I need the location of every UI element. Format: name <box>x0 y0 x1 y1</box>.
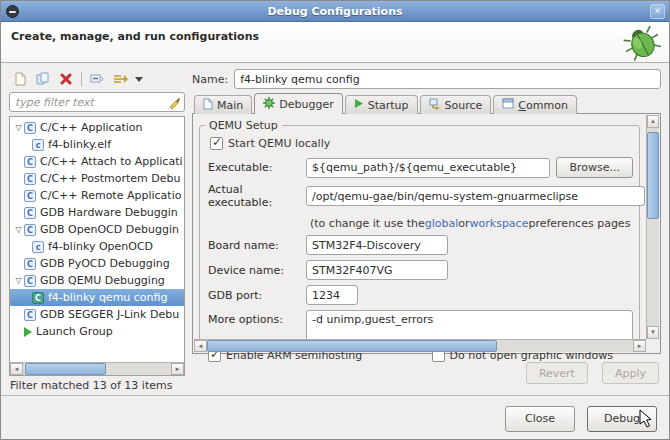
common-tab-icon <box>502 98 514 112</box>
tree-item-gdb-pyocd[interactable]: C GDB PyOCD Debugging <box>10 255 184 272</box>
name-label: Name: <box>192 73 228 86</box>
executable-input[interactable] <box>306 158 550 178</box>
gdb-port-input[interactable] <box>306 285 358 305</box>
revert-button[interactable]: Revert <box>526 362 588 384</box>
browse-button[interactable]: Browse... <box>556 157 633 178</box>
scrollbar-thumb[interactable] <box>207 340 497 352</box>
sidebar-horizontal-scrollbar[interactable]: ◂ ▸ <box>10 362 184 375</box>
tree-item-cpp-application[interactable]: ▽ C C/C++ Application <box>10 119 184 136</box>
dialog-footer: Close Debug <box>1 395 669 440</box>
tab-main[interactable]: Main <box>194 95 252 114</box>
tab-common[interactable]: Common <box>493 95 577 114</box>
global-preferences-link[interactable]: global <box>425 217 459 230</box>
panel-horizontal-scrollbar[interactable]: ◂ ▸ <box>194 339 646 352</box>
bug-icon <box>623 24 661 65</box>
filter-box <box>9 92 185 112</box>
c-config-icon: C <box>32 292 44 304</box>
apply-button[interactable]: Apply <box>602 362 659 384</box>
scroll-right-icon[interactable]: ▸ <box>633 340 646 352</box>
close-icon[interactable]: ✕ <box>650 4 665 19</box>
scroll-up-icon[interactable]: ▴ <box>647 115 659 128</box>
scroll-left-icon[interactable]: ◂ <box>194 340 207 352</box>
close-button[interactable]: Close <box>505 406 575 432</box>
tree-item-f4-blinky-elf[interactable]: c f4-blinky.elf <box>10 136 184 153</box>
filter-configs-icon[interactable] <box>111 70 129 88</box>
workspace-preferences-link[interactable]: workspace <box>470 217 529 230</box>
tree-item-cpp-postmortem[interactable]: C C/C++ Postmortem Debu <box>10 170 184 187</box>
tab-source[interactable]: Source <box>420 95 492 114</box>
c-config-icon: C <box>24 173 36 185</box>
scroll-down-icon[interactable]: ▾ <box>647 326 659 339</box>
tree-item-gdb-qemu[interactable]: ▽ C GDB QEMU Debugging <box>10 272 184 289</box>
tree-item-f4-blinky-qemu-config[interactable]: C f4-blinky qemu config <box>10 289 184 306</box>
duplicate-config-icon[interactable] <box>34 70 52 88</box>
c-config-icon: C <box>24 275 36 287</box>
tree-item-cpp-remote[interactable]: C C/C++ Remote Applicatio <box>10 187 184 204</box>
device-name-input[interactable] <box>306 260 448 280</box>
debug-configurations-dialog: Debug Configurations ✕ Create, manage, a… <box>0 0 670 440</box>
debugger-tab-panel: QEMU Setup Start QEMU locally Executable… <box>192 113 661 354</box>
c-config-icon: C <box>24 258 36 270</box>
c-config-icon: c <box>32 241 44 253</box>
c-config-icon: C <box>24 207 36 219</box>
clear-filter-brush-icon[interactable] <box>168 96 181 112</box>
start-qemu-locally-checkbox[interactable] <box>210 137 223 150</box>
config-editor: Name: Main Debugger Startup S <box>192 68 661 392</box>
c-config-icon: C <box>24 190 36 202</box>
editor-tabs: Main Debugger Startup Source Common <box>192 93 661 114</box>
new-config-icon[interactable] <box>11 70 29 88</box>
startup-tab-icon <box>354 98 364 112</box>
tree-rows: ▽ C C/C++ Application c f4-blinky.elf C … <box>10 119 184 362</box>
source-tab-icon <box>429 98 441 113</box>
qemu-setup-group-label: QEMU Setup <box>205 119 282 132</box>
c-config-icon: c <box>32 139 44 151</box>
filter-input[interactable] <box>9 92 185 112</box>
dropdown-caret-icon[interactable] <box>134 70 144 88</box>
filter-status: Filter matched 13 of 13 items <box>9 376 185 392</box>
scroll-right-icon[interactable]: ▸ <box>171 363 184 375</box>
gdb-port-label: GDB port: <box>208 289 306 302</box>
titlebar: Debug Configurations ✕ <box>1 1 669 22</box>
qemu-setup-group: QEMU Setup Start QEMU locally Executable… <box>199 125 640 342</box>
c-config-icon: C <box>24 122 36 134</box>
tab-startup[interactable]: Startup <box>345 95 418 114</box>
tree-item-gdb-hardware[interactable]: C GDB Hardware Debuggin <box>10 204 184 221</box>
actual-executable-input[interactable] <box>306 186 645 206</box>
more-options-textarea[interactable]: -d unimp,guest_errors <box>306 310 633 342</box>
board-name-input[interactable] <box>306 235 448 255</box>
scrollbar-thumb[interactable] <box>25 363 106 375</box>
tree-item-f4-blinky-openocd[interactable]: c f4-blinky OpenOCD <box>10 238 184 255</box>
scroll-left-icon[interactable]: ◂ <box>10 363 23 375</box>
config-name-input[interactable] <box>234 69 661 89</box>
dialog-header-title: Create, manage, and run configurations <box>11 30 259 43</box>
sidebar-toolbar <box>9 68 185 90</box>
preferences-note: (to change it use the global or workspac… <box>208 214 633 232</box>
tree-expander-icon[interactable]: ▽ <box>13 225 24 234</box>
more-options-label: More options: <box>208 310 306 326</box>
tree-item-gdb-openocd[interactable]: ▽ C GDB OpenOCD Debuggin <box>10 221 184 238</box>
panel-vertical-scrollbar[interactable]: ▴ ▾ <box>646 115 659 339</box>
configurations-sidebar: ▽ C C/C++ Application c f4-blinky.elf C … <box>9 68 185 392</box>
tree-item-launch-group[interactable]: Launch Group <box>10 323 184 340</box>
launch-group-play-icon <box>24 327 32 337</box>
dialog-header: Create, manage, and run configurations <box>1 22 669 63</box>
window-menu-icon[interactable] <box>6 5 19 18</box>
toolbar-separator <box>81 72 82 86</box>
c-config-icon: C <box>24 309 36 321</box>
debugger-tab-icon <box>263 97 275 112</box>
start-qemu-locally-label: Start QEMU locally <box>228 137 330 150</box>
scrollbar-thumb[interactable] <box>647 132 659 219</box>
c-config-icon: C <box>24 156 36 168</box>
tree-expander-icon[interactable]: ▽ <box>13 123 24 132</box>
tree-expander-icon[interactable]: ▽ <box>13 276 24 285</box>
debug-button[interactable]: Debug <box>587 406 657 432</box>
executable-label: Executable: <box>208 161 306 174</box>
collapse-all-icon[interactable] <box>88 70 106 88</box>
tree-item-cpp-attach[interactable]: C C/C++ Attach to Applicati <box>10 153 184 170</box>
tree-item-gdb-segger[interactable]: C GDB SEGGER J-Link Debu <box>10 306 184 323</box>
board-name-label: Board name: <box>208 239 306 252</box>
device-name-label: Device name: <box>208 264 306 277</box>
delete-config-icon[interactable] <box>57 70 75 88</box>
tab-debugger[interactable]: Debugger <box>254 93 342 114</box>
dialog-body: ▽ C C/C++ Application c f4-blinky.elf C … <box>1 63 669 395</box>
